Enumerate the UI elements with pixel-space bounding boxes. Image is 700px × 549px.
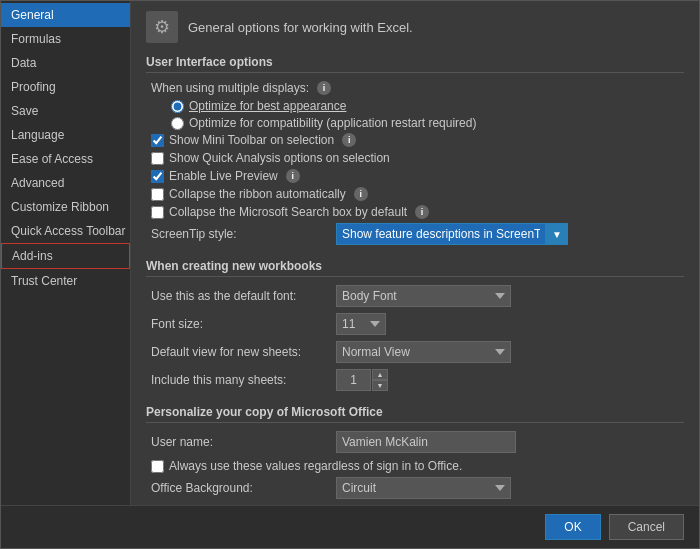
include-sheets-up-btn[interactable]: ▲ — [372, 369, 388, 380]
include-sheets-row: Include this many sheets: ▲ ▼ — [146, 369, 684, 391]
mini-toolbar-info-icon: i — [342, 133, 356, 147]
default-view-row: Default view for new sheets: Normal View… — [146, 341, 684, 363]
new-workbooks-section: When creating new workbooks Use this as … — [146, 259, 684, 391]
sidebar-item-advanced[interactable]: Advanced — [1, 171, 130, 195]
username-label: User name: — [151, 435, 336, 449]
quick-analysis-label[interactable]: Show Quick Analysis options on selection — [151, 151, 390, 165]
always-use-row: Always use these values regardless of si… — [146, 459, 684, 473]
include-sheets-spinner-btns: ▲ ▼ — [372, 369, 388, 391]
quick-analysis-row: Show Quick Analysis options on selection — [146, 151, 684, 165]
include-sheets-down-btn[interactable]: ▼ — [372, 380, 388, 391]
sidebar-item-proofing[interactable]: Proofing — [1, 75, 130, 99]
live-preview-row: Enable Live Preview i — [146, 169, 684, 183]
mini-toolbar-label[interactable]: Show Mini Toolbar on selection i — [151, 133, 356, 147]
collapse-search-info-icon: i — [415, 205, 429, 219]
collapse-ribbon-label[interactable]: Collapse the ribbon automatically i — [151, 187, 368, 201]
always-use-checkbox[interactable] — [151, 460, 164, 473]
default-font-select[interactable]: Body Font Calibri Arial — [336, 285, 511, 307]
sidebar-item-customize-ribbon[interactable]: Customize Ribbon — [1, 195, 130, 219]
ui-options-section: User Interface options When using multip… — [146, 55, 684, 245]
sidebar: General Formulas Data Proofing Save Lang… — [1, 1, 131, 505]
mini-toolbar-checkbox[interactable] — [151, 134, 164, 147]
office-background-label: Office Background: — [151, 481, 336, 495]
collapse-ribbon-row: Collapse the ribbon automatically i — [146, 187, 684, 201]
header-row: ⚙ General options for working with Excel… — [146, 11, 684, 43]
display-radio-group: Optimize for best appearance Optimize fo… — [146, 99, 684, 130]
sidebar-item-data[interactable]: Data — [1, 51, 130, 75]
general-icon: ⚙ — [146, 11, 178, 43]
include-sheets-input[interactable] — [336, 369, 371, 391]
excel-options-dialog: General Formulas Data Proofing Save Lang… — [0, 0, 700, 549]
multiple-displays-label: When using multiple displays: i — [151, 81, 331, 95]
mini-toolbar-row: Show Mini Toolbar on selection i — [146, 133, 684, 147]
optimize-appearance-label[interactable]: Optimize for best appearance — [171, 99, 684, 113]
screentip-row: ScreenTip style: Show feature descriptio… — [146, 223, 684, 245]
screentip-label: ScreenTip style: — [151, 227, 336, 241]
collapse-ribbon-checkbox[interactable] — [151, 188, 164, 201]
sidebar-item-formulas[interactable]: Formulas — [1, 27, 130, 51]
default-font-row: Use this as the default font: Body Font … — [146, 285, 684, 307]
office-background-row: Office Background: Circuit No Background… — [146, 477, 684, 499]
username-row: User name: — [146, 431, 684, 453]
include-sheets-spinner: ▲ ▼ — [336, 369, 388, 391]
include-sheets-label: Include this many sheets: — [151, 373, 336, 387]
header-description: General options for working with Excel. — [188, 20, 413, 35]
main-content: ⚙ General options for working with Excel… — [131, 1, 699, 505]
sidebar-item-language[interactable]: Language — [1, 123, 130, 147]
sidebar-item-general[interactable]: General — [1, 3, 130, 27]
live-preview-info-icon: i — [286, 169, 300, 183]
always-use-label[interactable]: Always use these values regardless of si… — [151, 459, 462, 473]
ui-options-title: User Interface options — [146, 55, 684, 73]
font-size-select[interactable]: 11 8 9 10 12 14 — [336, 313, 386, 335]
ok-button[interactable]: OK — [545, 514, 600, 540]
collapse-search-checkbox[interactable] — [151, 206, 164, 219]
screentip-select-wrap: Show feature descriptions in ScreenTips … — [336, 223, 568, 245]
live-preview-label[interactable]: Enable Live Preview i — [151, 169, 300, 183]
username-input[interactable] — [336, 431, 516, 453]
optimize-appearance-radio[interactable] — [171, 100, 184, 113]
live-preview-checkbox[interactable] — [151, 170, 164, 183]
sidebar-item-trust-center[interactable]: Trust Center — [1, 269, 130, 293]
font-size-row: Font size: 11 8 9 10 12 14 — [146, 313, 684, 335]
optimize-compatibility-label[interactable]: Optimize for compatibility (application … — [171, 116, 684, 130]
sidebar-item-save[interactable]: Save — [1, 99, 130, 123]
personalize-section: Personalize your copy of Microsoft Offic… — [146, 405, 684, 505]
collapse-ribbon-info-icon: i — [354, 187, 368, 201]
screentip-dropdown-btn[interactable]: ▼ — [546, 223, 568, 245]
collapse-search-label[interactable]: Collapse the Microsoft Search box by def… — [151, 205, 429, 219]
sidebar-item-quick-access-toolbar[interactable]: Quick Access Toolbar — [1, 219, 130, 243]
screentip-select[interactable]: Show feature descriptions in ScreenTips … — [336, 223, 546, 245]
default-font-label: Use this as the default font: — [151, 289, 336, 303]
quick-analysis-checkbox[interactable] — [151, 152, 164, 165]
collapse-search-row: Collapse the Microsoft Search box by def… — [146, 205, 684, 219]
new-workbooks-title: When creating new workbooks — [146, 259, 684, 277]
office-background-select[interactable]: Circuit No Background Clouds — [336, 477, 511, 499]
sidebar-item-ease-of-access[interactable]: Ease of Access — [1, 147, 130, 171]
dialog-body: General Formulas Data Proofing Save Lang… — [1, 1, 699, 505]
personalize-title: Personalize your copy of Microsoft Offic… — [146, 405, 684, 423]
multiple-displays-row: When using multiple displays: i — [146, 81, 684, 95]
default-view-label: Default view for new sheets: — [151, 345, 336, 359]
dialog-footer: OK Cancel — [1, 505, 699, 548]
cancel-button[interactable]: Cancel — [609, 514, 684, 540]
multiple-displays-info-icon: i — [317, 81, 331, 95]
font-size-label: Font size: — [151, 317, 336, 331]
sidebar-item-add-ins[interactable]: Add-ins — [1, 243, 130, 269]
optimize-compatibility-radio[interactable] — [171, 117, 184, 130]
default-view-select[interactable]: Normal View Page Layout View Page Break … — [336, 341, 511, 363]
